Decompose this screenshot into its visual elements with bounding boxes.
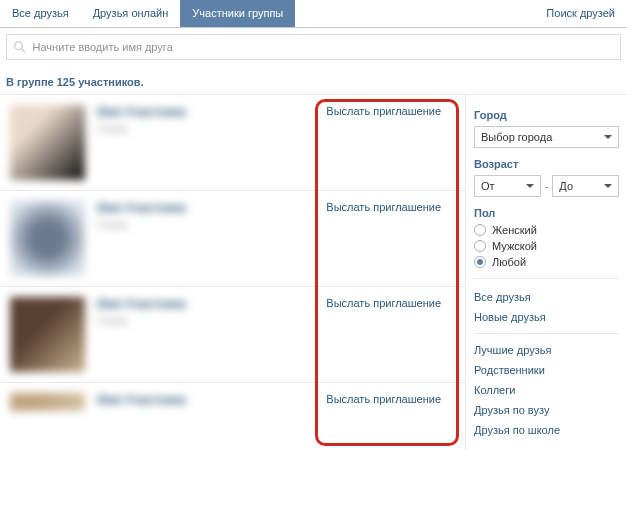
radio-icon [474,240,486,252]
member-row: Имя Участника Город Выслать приглашение [0,95,465,191]
sidebar-links: Все друзья Новые друзья Лучшие друзья Ро… [474,278,619,440]
gender-radio-female[interactable]: Женский [474,224,619,236]
invite-link[interactable]: Выслать приглашение [326,105,455,180]
tabs-bar: Все друзья Друзья онлайн Участники групп… [0,0,627,28]
city-select[interactable]: Выбор города [474,126,619,148]
tab-group-members[interactable]: Участники группы [180,0,295,27]
member-info: Имя Участника Город [85,105,326,180]
gender-radio-male[interactable]: Мужской [474,240,619,252]
member-name[interactable]: Имя Участника [97,297,326,311]
avatar[interactable] [10,105,85,180]
members-list: Имя Участника Город Выслать приглашение … [0,95,465,450]
member-name[interactable]: Имя Участника [97,393,326,407]
radio-label: Любой [492,256,526,268]
tab-all-friends[interactable]: Все друзья [0,0,81,27]
sb-link-relatives[interactable]: Родственники [474,360,619,380]
chevron-down-icon [604,135,612,139]
age-to-select[interactable]: До [552,175,619,197]
member-sub: Город [97,218,326,230]
invite-link[interactable]: Выслать приглашение [326,201,455,276]
chevron-down-icon [604,184,612,188]
member-sub: Город [97,122,326,134]
invite-link[interactable]: Выслать приглашение [326,297,455,372]
avatar[interactable] [10,393,85,411]
sb-link-colleagues[interactable]: Коллеги [474,380,619,400]
sb-link-school[interactable]: Друзья по школе [474,420,619,440]
avatar[interactable] [10,297,85,372]
svg-point-0 [15,42,23,50]
sb-link-all[interactable]: Все друзья [474,287,619,307]
divider [474,333,619,334]
member-row: Имя Участника Выслать приглашение [0,383,465,413]
age-from-select[interactable]: От [474,175,541,197]
search-bar [6,34,621,60]
tab-friends-online[interactable]: Друзья онлайн [81,0,181,27]
age-label: Возраст [474,158,619,170]
member-name[interactable]: Имя Участника [97,105,326,119]
range-separator: - [545,180,549,192]
gender-label: Пол [474,207,619,219]
member-info: Имя Участника Город [85,201,326,276]
member-name[interactable]: Имя Участника [97,201,326,215]
member-count: В группе 125 участников. [0,66,627,95]
gender-radio-any[interactable]: Любой [474,256,619,268]
content: Имя Участника Город Выслать приглашение … [0,95,627,450]
tab-search-friends[interactable]: Поиск друзей [534,0,627,27]
radio-label: Женский [492,224,537,236]
chevron-down-icon [526,184,534,188]
svg-line-1 [21,49,24,52]
search-input[interactable] [33,41,614,53]
sb-link-new[interactable]: Новые друзья [474,307,619,327]
search-icon [13,40,27,54]
age-row: От - До [474,175,619,197]
sb-link-best[interactable]: Лучшие друзья [474,340,619,360]
radio-label: Мужской [492,240,537,252]
member-sub: Город [97,314,326,326]
city-label: Город [474,109,619,121]
invite-link[interactable]: Выслать приглашение [326,393,455,411]
avatar[interactable] [10,201,85,276]
member-info: Имя Участника Город [85,297,326,372]
member-info: Имя Участника [85,393,326,411]
radio-icon [474,224,486,236]
sb-link-uni[interactable]: Друзья по вузу [474,400,619,420]
radio-icon [474,256,486,268]
filter-sidebar: Город Выбор города Возраст От - До Пол Ж… [465,95,627,450]
member-row: Имя Участника Город Выслать приглашение [0,287,465,383]
member-row: Имя Участника Город Выслать приглашение [0,191,465,287]
age-from-value: От [481,180,495,192]
age-to-value: До [559,180,573,192]
city-select-value: Выбор города [481,131,552,143]
